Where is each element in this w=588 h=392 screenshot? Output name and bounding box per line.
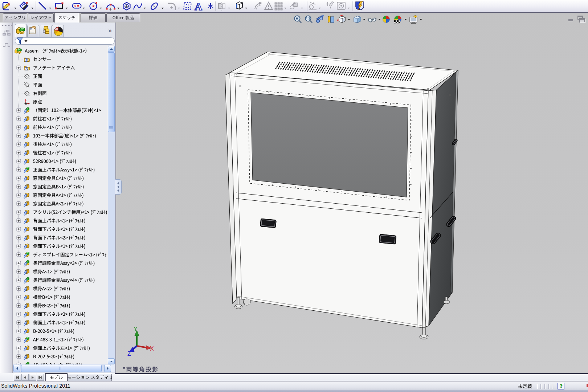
svg-text:A: A: [195, 1, 202, 12]
svg-text:Y: Y: [134, 326, 138, 332]
svg-text:Z: Z: [127, 351, 131, 357]
svg-text:X: X: [150, 346, 154, 352]
